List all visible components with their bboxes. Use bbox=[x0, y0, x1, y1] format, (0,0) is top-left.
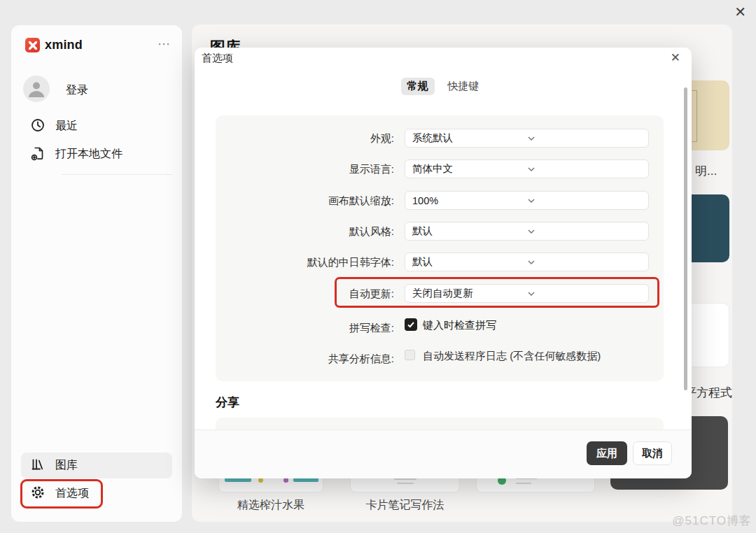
general-settings-panel: 外观: 系统默认 显示语言: 简体中文 画布默认缩放: 100% 默认风格: 默… bbox=[216, 115, 664, 381]
cjk-font-select[interactable]: 默认 bbox=[405, 253, 649, 271]
share-analytics-checkbox[interactable] bbox=[405, 350, 415, 360]
sidebar-divider bbox=[62, 174, 172, 175]
chevron-down-icon bbox=[527, 227, 642, 236]
default-zoom-label: 画布默认缩放: bbox=[216, 194, 394, 208]
sidebar-item-recent[interactable]: 最近 bbox=[55, 119, 78, 134]
thumbnail-caption: 卡片笔记写作法 bbox=[350, 498, 460, 513]
person-icon bbox=[23, 76, 50, 102]
thumbnail-detail bbox=[394, 478, 416, 480]
open-file-icon bbox=[30, 145, 46, 161]
dialog-scrollbar[interactable] bbox=[684, 87, 687, 390]
more-menu-icon[interactable]: ⋯ bbox=[158, 36, 171, 52]
preferences-dialog: 首选项 ✕ 常规 快捷键 外观: 系统默认 显示语言: 简体中文 画布默认缩放:… bbox=[195, 48, 692, 478]
thumbnail-detail bbox=[284, 478, 288, 483]
app-logo-text: xmind bbox=[45, 38, 83, 52]
tab-shortcuts[interactable]: 快捷键 bbox=[442, 78, 486, 95]
thumbnail-detail bbox=[258, 478, 263, 483]
sidebar-item-label: 图库 bbox=[55, 458, 78, 473]
sidebar-item-preferences[interactable]: 首选项 bbox=[21, 481, 172, 506]
auto-update-value: 关闭自动更新 bbox=[412, 287, 527, 300]
appearance-value: 系统默认 bbox=[412, 132, 527, 145]
chevron-down-icon bbox=[527, 290, 642, 298]
language-value: 简体中文 bbox=[412, 162, 527, 176]
thumbnail-caption: 精选榨汁水果 bbox=[218, 498, 323, 513]
dialog-title: 首选项 bbox=[202, 52, 233, 65]
spell-check-label: 拼写检查: bbox=[216, 322, 394, 335]
default-zoom-select[interactable]: 100% bbox=[405, 191, 649, 210]
default-style-label: 默认风格: bbox=[216, 225, 394, 239]
language-label: 显示语言: bbox=[216, 163, 394, 176]
appearance-label: 外观: bbox=[216, 132, 394, 145]
thumbnail-caption-equation: 平方程式 bbox=[685, 385, 732, 401]
share-settings-panel-partial bbox=[216, 418, 664, 429]
chevron-down-icon bbox=[527, 197, 642, 205]
dialog-close-icon[interactable]: ✕ bbox=[671, 50, 680, 65]
thumbnail-detail bbox=[516, 483, 531, 484]
cancel-button[interactable]: 取消 bbox=[633, 441, 672, 465]
spell-check-checkbox[interactable] bbox=[405, 318, 417, 331]
chevron-down-icon bbox=[527, 258, 642, 266]
avatar[interactable] bbox=[23, 76, 50, 102]
chevron-down-icon bbox=[527, 134, 642, 143]
share-analytics-label: 共享分析信息: bbox=[216, 353, 394, 366]
sidebar-item-label: 首选项 bbox=[55, 486, 89, 501]
default-zoom-value: 100% bbox=[412, 195, 527, 206]
cjk-font-value: 默认 bbox=[412, 255, 527, 269]
default-style-select[interactable]: 默认 bbox=[405, 222, 649, 241]
window-close-icon[interactable]: ✕ bbox=[734, 5, 746, 19]
sidebar: xmind ⋯ 登录 最近 打开本地文件 图库 bbox=[11, 25, 182, 522]
cjk-font-label: 默认的中日韩字体: bbox=[216, 256, 394, 269]
spell-check-option-label: 键入时检查拼写 bbox=[423, 319, 496, 332]
watermark: @51CTO博客 bbox=[672, 513, 752, 529]
auto-update-select[interactable]: 关闭自动更新 bbox=[405, 284, 649, 303]
library-icon bbox=[30, 457, 46, 475]
xmind-logo-icon bbox=[25, 38, 40, 52]
section-header-share: 分享 bbox=[216, 395, 239, 411]
apply-button[interactable]: 应用 bbox=[587, 441, 627, 465]
tab-general[interactable]: 常规 bbox=[401, 78, 435, 95]
appearance-select[interactable]: 系统默认 bbox=[405, 129, 649, 148]
app-logo: xmind bbox=[25, 38, 83, 52]
auto-update-label: 自动更新: bbox=[216, 287, 394, 301]
default-style-value: 默认 bbox=[412, 225, 527, 238]
dialog-footer: 应用 取消 bbox=[195, 429, 692, 478]
share-analytics-option-label: 自动发送程序日志 (不含任何敏感数据) bbox=[423, 350, 601, 363]
thumbnail-detail bbox=[397, 483, 414, 484]
language-select[interactable]: 简体中文 bbox=[405, 159, 649, 178]
clock-icon bbox=[30, 118, 46, 133]
chevron-down-icon bbox=[527, 165, 642, 173]
checkmark-icon bbox=[407, 320, 415, 329]
dialog-tabs: 常规 快捷键 bbox=[195, 78, 692, 95]
gear-icon bbox=[30, 485, 46, 503]
sidebar-item-open-local-file[interactable]: 打开本地文件 bbox=[55, 147, 122, 162]
login-button[interactable]: 登录 bbox=[66, 83, 88, 98]
sidebar-item-gallery[interactable]: 图库 bbox=[21, 453, 172, 478]
